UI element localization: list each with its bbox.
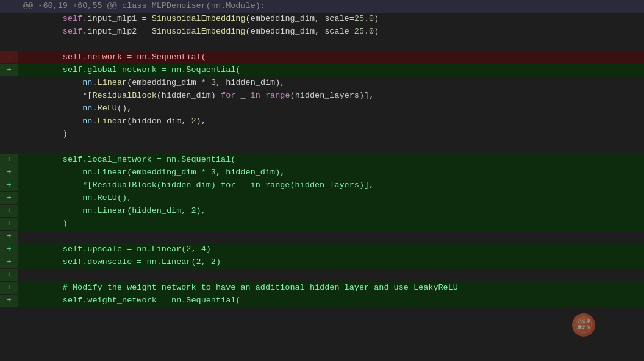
line-code: self.input_mlp1 = SinusoidalEmbedding(em… — [18, 13, 644, 26]
code-line: + ) — [0, 218, 644, 231]
line-gutter: + — [0, 192, 18, 204]
line-code: self.weight_network = nn.Sequential( — [18, 295, 644, 307]
code-line: + self.global_network = nn.Sequential( — [0, 64, 644, 77]
line-gutter — [0, 102, 18, 115]
code-line: self.input_mlp2 = SinusoidalEmbedding(em… — [0, 26, 644, 38]
line-gutter: + — [0, 243, 18, 256]
line-gutter: + — [0, 295, 18, 307]
line-gutter: + — [0, 166, 18, 179]
line-code: *[ResidualBlock(hidden_dim) for _ in ran… — [18, 179, 644, 192]
code-line: + # Modify the weight network to have an… — [0, 282, 644, 295]
line-gutter: + — [0, 256, 18, 268]
line-gutter: + — [0, 231, 18, 243]
line-gutter: + — [0, 218, 18, 230]
line-gutter: + — [0, 64, 18, 76]
code-line: + self.upscale = nn.Linear(2, 4) — [0, 243, 644, 256]
line-gutter: + — [0, 179, 18, 191]
watermark: 八公里 量之位 — [572, 313, 595, 337]
diff-header: @@ -60,19 +60,55 @@ class MLPDenoiser(nn… — [0, 0, 644, 13]
line-gutter — [0, 13, 18, 25]
watermark-icon: 八公里 量之位 — [572, 313, 595, 337]
line-code: self.upscale = nn.Linear(2, 4) — [18, 243, 644, 256]
line-gutter: - — [0, 51, 18, 63]
line-gutter — [0, 141, 18, 153]
line-code: nn.Linear(hidden_dim, 2), — [18, 205, 644, 218]
code-line: + nn.Linear(embedding_dim * 3, hidden_di… — [0, 166, 644, 179]
line-code: self.downscale = nn.Linear(2, 2) — [18, 256, 644, 269]
line-code: self.local_network = nn.Sequential( — [18, 154, 644, 166]
code-line — [0, 141, 644, 154]
line-gutter — [0, 128, 18, 140]
line-gutter: + — [0, 269, 18, 281]
code-line: + nn.ReLU(), — [0, 192, 644, 205]
svg-text:八公里: 八公里 — [577, 319, 590, 324]
code-line: + *[ResidualBlock(hidden_dim) for _ in r… — [0, 179, 644, 192]
line-gutter — [0, 90, 18, 102]
code-line: nn.ReLU(), — [0, 102, 644, 115]
code-line: + — [0, 231, 644, 243]
code-container: @@ -60,19 +60,55 @@ class MLPDenoiser(nn… — [0, 0, 644, 361]
line-gutter — [0, 38, 18, 51]
line-code: self.input_mlp2 = SinusoidalEmbedding(em… — [18, 26, 644, 38]
line-code: self.network = nn.Sequential( — [18, 51, 644, 64]
line-code: nn.Linear(embedding_dim * 3, hidden_dim)… — [18, 166, 644, 179]
line-code: # Modify the weight network to have an a… — [18, 282, 644, 295]
svg-point-0 — [576, 317, 592, 333]
code-line: - self.network = nn.Sequential( — [0, 51, 644, 64]
code-line: nn.Linear(embedding_dim * 3, hidden_dim)… — [0, 77, 644, 90]
lines-container: self.input_mlp1 = SinusoidalEmbedding(em… — [0, 13, 644, 307]
code-line: ) — [0, 128, 644, 141]
code-line: + — [0, 269, 644, 282]
line-gutter — [0, 77, 18, 89]
line-code: nn.ReLU(), — [18, 102, 644, 115]
svg-text:量之位: 量之位 — [578, 324, 591, 329]
line-gutter: + — [0, 154, 18, 166]
header-text: @@ -60,19 +60,55 @@ class MLPDenoiser(nn… — [18, 0, 644, 13]
line-code: ) — [18, 128, 644, 141]
line-gutter — [0, 26, 18, 38]
code-line: + self.weight_network = nn.Sequential( — [0, 295, 644, 307]
line-code: nn.Linear(embedding_dim * 3, hidden_dim)… — [18, 77, 644, 90]
line-gutter — [0, 115, 18, 127]
code-line: self.input_mlp1 = SinusoidalEmbedding(em… — [0, 13, 644, 26]
code-line: + self.downscale = nn.Linear(2, 2) — [0, 256, 644, 269]
code-line: + self.local_network = nn.Sequential( — [0, 154, 644, 166]
code-line: + nn.Linear(hidden_dim, 2), — [0, 205, 644, 218]
code-line — [0, 38, 644, 51]
line-gutter: + — [0, 282, 18, 294]
line-code: self.global_network = nn.Sequential( — [18, 64, 644, 77]
code-line: *[ResidualBlock(hidden_dim) for _ in ran… — [0, 90, 644, 102]
line-code: nn.ReLU(), — [18, 192, 644, 205]
line-gutter: + — [0, 205, 18, 217]
line-code: *[ResidualBlock(hidden_dim) for _ in ran… — [18, 90, 644, 102]
code-line: nn.Linear(hidden_dim, 2), — [0, 115, 644, 128]
line-code: ) — [18, 218, 644, 231]
line-code: nn.Linear(hidden_dim, 2), — [18, 115, 644, 128]
